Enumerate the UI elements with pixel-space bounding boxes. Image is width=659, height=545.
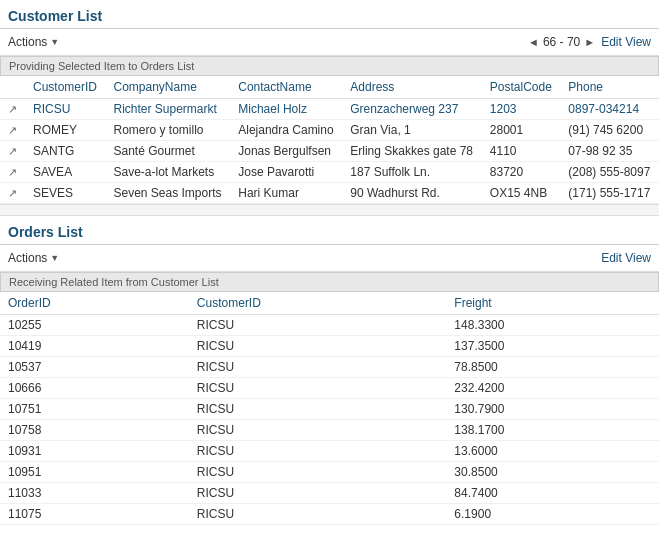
- orders-table-row[interactable]: 10419RICSU137.3500: [0, 336, 659, 357]
- orders-cell-freight: 137.3500: [446, 336, 659, 357]
- orders-table-row[interactable]: 10666RICSU232.4200: [0, 378, 659, 399]
- customer-cell-phone: 07-98 92 35: [560, 141, 659, 162]
- orders-cell-customerid: RICSU: [189, 420, 447, 441]
- orders-table-header: OrderID CustomerID Freight: [0, 292, 659, 315]
- customer-table-row[interactable]: ↗RICSURichter SupermarktMichael HolzGren…: [0, 99, 659, 120]
- customer-col-address[interactable]: Address: [342, 76, 482, 99]
- orders-info-bar: Receiving Related Item from Customer Lis…: [0, 272, 659, 292]
- customer-cell-postalcode: 28001: [482, 120, 561, 141]
- customer-cell-address: Erling Skakkes gate 78: [342, 141, 482, 162]
- customer-cell-contactname: Jose Pavarotti: [230, 162, 342, 183]
- orders-cell-freight: 13.6000: [446, 441, 659, 462]
- orders-cell-orderid: 10951: [0, 462, 189, 483]
- customer-cell-address: Grenzacherweg 237: [342, 99, 482, 120]
- row-select-icon: ↗: [0, 183, 25, 204]
- orders-cell-customerid: RICSU: [189, 315, 447, 336]
- customer-cell-customerid: SEVES: [25, 183, 105, 204]
- customer-cell-contactname: Michael Holz: [230, 99, 342, 120]
- customer-cell-phone: (91) 745 6200: [560, 120, 659, 141]
- customer-cell-address: 90 Wadhurst Rd.: [342, 183, 482, 204]
- customer-cell-postalcode: 4110: [482, 141, 561, 162]
- orders-col-customer[interactable]: CustomerID: [189, 292, 447, 315]
- orders-cell-freight: 78.8500: [446, 357, 659, 378]
- orders-cell-orderid: 10419: [0, 336, 189, 357]
- orders-cell-customerid: RICSU: [189, 378, 447, 399]
- customer-cell-customerid: SAVEA: [25, 162, 105, 183]
- orders-actions-arrow-icon: ▼: [50, 253, 59, 263]
- customer-edit-view-link[interactable]: Edit View: [601, 35, 651, 49]
- orders-cell-customerid: RICSU: [189, 441, 447, 462]
- orders-cell-orderid: 10255: [0, 315, 189, 336]
- orders-cell-freight: 84.7400: [446, 483, 659, 504]
- customer-cell-companyname: Seven Seas Imports: [105, 183, 230, 204]
- customer-cell-address: Gran Via, 1: [342, 120, 482, 141]
- customer-cell-customerid: RICSU: [25, 99, 105, 120]
- orders-cell-freight: 148.3300: [446, 315, 659, 336]
- customer-cell-address: 187 Suffolk Ln.: [342, 162, 482, 183]
- customer-table-header: CustomerID CompanyName ContactName Addre…: [0, 76, 659, 99]
- customer-cell-customerid: ROMEY: [25, 120, 105, 141]
- customer-table-row[interactable]: ↗SANTGSanté GourmetJonas BergulfsenErlin…: [0, 141, 659, 162]
- orders-list-section: Orders List Actions ▼ Edit View Receivin…: [0, 216, 659, 525]
- orders-cell-orderid: 10666: [0, 378, 189, 399]
- customer-col-company[interactable]: CompanyName: [105, 76, 230, 99]
- orders-table-row[interactable]: 10951RICSU30.8500: [0, 462, 659, 483]
- customer-cell-companyname: Richter Supermarkt: [105, 99, 230, 120]
- row-select-icon: ↗: [0, 120, 25, 141]
- customer-col-id[interactable]: CustomerID: [25, 76, 105, 99]
- orders-actions-label: Actions: [8, 251, 47, 265]
- customer-cell-contactname: Alejandra Camino: [230, 120, 342, 141]
- customer-col-phone[interactable]: Phone: [560, 76, 659, 99]
- customer-col-postal[interactable]: PostalCode: [482, 76, 561, 99]
- orders-cell-orderid: 11075: [0, 504, 189, 525]
- customer-next-page-icon[interactable]: ►: [584, 36, 595, 48]
- customer-list-section: Customer List Actions ▼ ◄ 66 - 70 ► Edit…: [0, 0, 659, 204]
- customer-table-row[interactable]: ↗ROMEYRomero y tomilloAlejandra CaminoGr…: [0, 120, 659, 141]
- customer-cell-postalcode: 83720: [482, 162, 561, 183]
- orders-table: OrderID CustomerID Freight 10255RICSU148…: [0, 292, 659, 525]
- customer-prev-page-icon[interactable]: ◄: [528, 36, 539, 48]
- customer-page-nav: ◄ 66 - 70 ►: [528, 35, 595, 49]
- orders-cell-freight: 138.1700: [446, 420, 659, 441]
- row-select-icon: ↗: [0, 162, 25, 183]
- orders-actions-button[interactable]: Actions ▼: [8, 251, 59, 265]
- orders-list-toolbar: Actions ▼ Edit View: [0, 245, 659, 272]
- orders-table-row[interactable]: 10751RICSU130.7900: [0, 399, 659, 420]
- orders-col-freight[interactable]: Freight: [446, 292, 659, 315]
- orders-cell-customerid: RICSU: [189, 357, 447, 378]
- customer-table-body: ↗RICSURichter SupermarktMichael HolzGren…: [0, 99, 659, 204]
- orders-table-row[interactable]: 11075RICSU6.1900: [0, 504, 659, 525]
- orders-table-row[interactable]: 10931RICSU13.6000: [0, 441, 659, 462]
- customer-table-row[interactable]: ↗SEVESSeven Seas ImportsHari Kumar90 Wad…: [0, 183, 659, 204]
- orders-cell-orderid: 10751: [0, 399, 189, 420]
- orders-col-id[interactable]: OrderID: [0, 292, 189, 315]
- orders-table-row[interactable]: 10758RICSU138.1700: [0, 420, 659, 441]
- customer-cell-phone: (208) 555-8097: [560, 162, 659, 183]
- customer-table-row[interactable]: ↗SAVEASave-a-lot MarketsJose Pavarotti18…: [0, 162, 659, 183]
- customer-cell-contactname: Jonas Bergulfsen: [230, 141, 342, 162]
- orders-cell-customerid: RICSU: [189, 483, 447, 504]
- orders-edit-view-link[interactable]: Edit View: [601, 251, 651, 265]
- customer-col-contact[interactable]: ContactName: [230, 76, 342, 99]
- orders-cell-customerid: RICSU: [189, 399, 447, 420]
- row-select-icon: ↗: [0, 99, 25, 120]
- orders-table-row[interactable]: 10537RICSU78.8500: [0, 357, 659, 378]
- customer-list-title: Customer List: [0, 0, 659, 29]
- orders-cell-freight: 130.7900: [446, 399, 659, 420]
- customer-info-bar: Providing Selected Item to Orders List: [0, 56, 659, 76]
- customer-actions-label: Actions: [8, 35, 47, 49]
- orders-cell-orderid: 11033: [0, 483, 189, 504]
- orders-table-row[interactable]: 11033RICSU84.7400: [0, 483, 659, 504]
- customer-cell-customerid: SANTG: [25, 141, 105, 162]
- customer-actions-button[interactable]: Actions ▼: [8, 35, 59, 49]
- row-select-icon: ↗: [0, 141, 25, 162]
- orders-cell-orderid: 10931: [0, 441, 189, 462]
- orders-table-row[interactable]: 10255RICSU148.3300: [0, 315, 659, 336]
- orders-table-body: 10255RICSU148.330010419RICSU137.35001053…: [0, 315, 659, 525]
- orders-cell-customerid: RICSU: [189, 462, 447, 483]
- orders-cell-customerid: RICSU: [189, 504, 447, 525]
- orders-list-title: Orders List: [0, 216, 659, 245]
- customer-actions-arrow-icon: ▼: [50, 37, 59, 47]
- customer-table: CustomerID CompanyName ContactName Addre…: [0, 76, 659, 204]
- customer-cell-companyname: Save-a-lot Markets: [105, 162, 230, 183]
